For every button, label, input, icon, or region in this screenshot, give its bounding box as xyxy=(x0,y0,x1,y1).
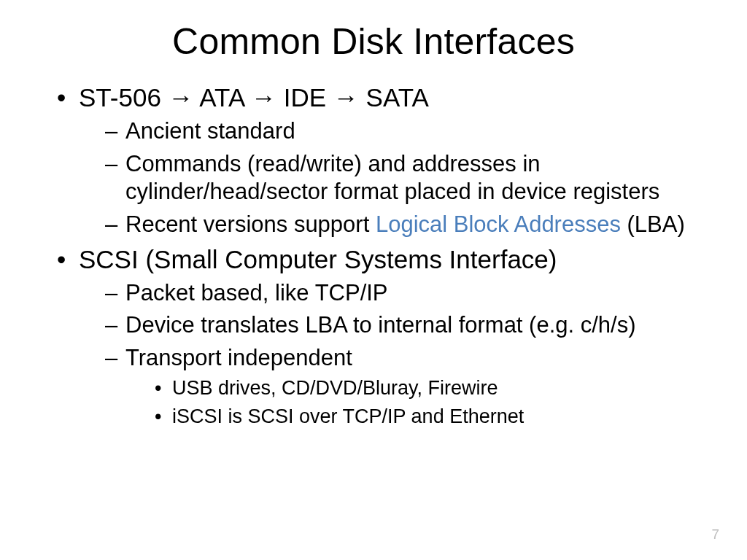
sub-commands-format: Commands (read/write) and addresses in c… xyxy=(105,150,712,207)
chain-seg-1: ST-506 xyxy=(79,83,169,112)
bullet-list-level3: USB drives, CD/DVD/Bluray, Firewire iSCS… xyxy=(125,376,712,429)
sub-device-translates: Device translates LBA to internal format… xyxy=(105,311,712,340)
arrow-icon: → xyxy=(333,83,359,112)
lba-link[interactable]: Logical Block Addresses xyxy=(376,211,621,237)
sub-transport-independent: Transport independent USB drives, CD/DVD… xyxy=(105,344,712,429)
arrow-icon: → xyxy=(169,83,194,112)
slide-title: Common Disk Interfaces xyxy=(35,20,712,63)
chain-seg-2: ATA xyxy=(194,83,251,112)
sub-usb-drives: USB drives, CD/DVD/Bluray, Firewire xyxy=(155,376,712,401)
sub-ancient-standard: Ancient standard xyxy=(105,117,712,146)
sub-iscsi: iSCSI is SCSI over TCP/IP and Ethernet xyxy=(155,404,712,429)
sub-packet-based: Packet based, like TCP/IP xyxy=(105,279,712,308)
bullet-st506-chain: ST-506 → ATA → IDE → SATA Ancient standa… xyxy=(57,82,712,239)
arrow-icon: → xyxy=(251,83,276,112)
lba-text-after: (LBA) xyxy=(621,211,685,237)
bullet-list-level1: ST-506 → ATA → IDE → SATA Ancient standa… xyxy=(35,82,712,429)
bullet-list-level2: Ancient standard Commands (read/write) a… xyxy=(79,117,712,239)
slide: Common Disk Interfaces ST-506 → ATA → ID… xyxy=(0,0,747,560)
bullet-scsi: SCSI (Small Computer Systems Interface) … xyxy=(57,244,712,429)
chain-seg-4: SATA xyxy=(359,83,429,112)
transport-label: Transport independent xyxy=(125,345,352,370)
chain-seg-3: IDE xyxy=(276,83,333,112)
scsi-label: SCSI (Small Computer Systems Interface) xyxy=(79,245,557,273)
lba-text-before: Recent versions support xyxy=(125,211,376,237)
page-number: 7 xyxy=(711,526,719,542)
bullet-list-level2: Packet based, like TCP/IP Device transla… xyxy=(79,279,712,429)
sub-lba: Recent versions support Logical Block Ad… xyxy=(105,211,712,239)
